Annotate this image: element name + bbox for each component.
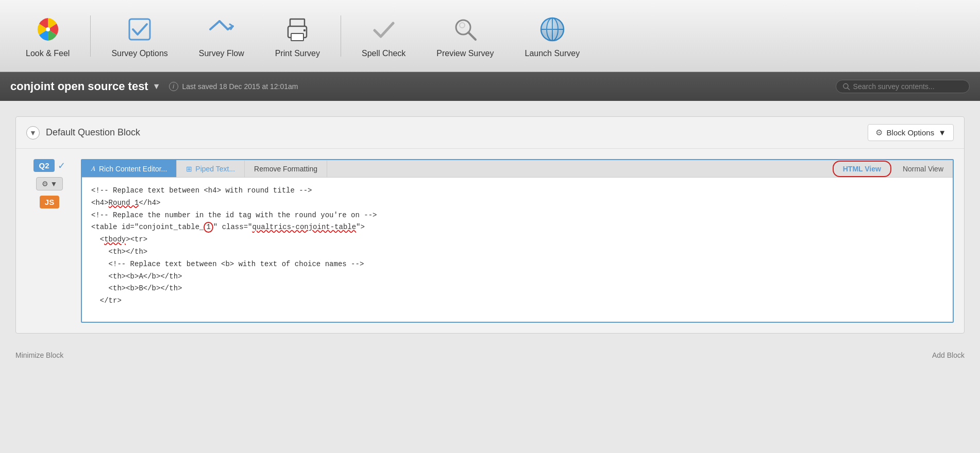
survey-options-label: Survey Options — [111, 49, 167, 58]
tab-remove-formatting-label: Remove Formatting — [254, 165, 317, 173]
toolbar-item-launch-survey[interactable]: Launch Survey — [509, 9, 595, 63]
divider-2 — [341, 15, 341, 57]
toolbar-item-look-feel[interactable]: Look & Feel — [10, 9, 85, 63]
add-block-label[interactable]: Add Block — [932, 351, 965, 359]
block-options-button[interactable]: ⚙ Block Options ▼ — [868, 124, 954, 141]
block-options-label: Block Options — [887, 128, 935, 137]
question-label: Q2 ✓ — [33, 159, 65, 172]
code-line-4: <table id="conjoint_table_1" class="qual… — [91, 221, 943, 234]
survey-info: i Last saved 18 Dec 2015 at 12:01am — [169, 82, 298, 91]
code-line-6: <th></th> — [91, 246, 943, 258]
svg-point-0 — [46, 27, 50, 31]
last-saved-text: Last saved 18 Dec 2015 at 12:01am — [182, 82, 298, 91]
tab-rich-content[interactable]: 𝐴 Rich Content Editor... — [82, 160, 177, 177]
search-input[interactable] — [853, 82, 963, 91]
block-options-chevron-icon: ▼ — [938, 128, 946, 137]
editor-toolbar: 𝐴 Rich Content Editor... ⊞ Piped Text...… — [82, 160, 953, 178]
rich-content-icon: 𝐴 — [91, 164, 96, 173]
svg-rect-5 — [303, 29, 306, 31]
main-content: ▼ Default Question Block ⚙ Block Options… — [0, 101, 980, 344]
html-view-button[interactable]: HTML View — [833, 161, 891, 177]
block-toggle-btn[interactable]: ▼ — [26, 126, 40, 140]
checkbox-icon — [124, 14, 155, 45]
tab-rich-content-label: Rich Content Editor... — [99, 165, 167, 173]
bottom-bar: Minimize Block Add Block — [0, 344, 980, 367]
block-title: Default Question Block — [46, 127, 140, 138]
question-gear-icon: ⚙ — [42, 180, 48, 188]
gear-icon: ⚙ — [875, 128, 883, 137]
svg-point-8 — [460, 23, 465, 28]
code-line-8: <th><b>A</b></th> — [91, 271, 943, 283]
code-line-10: </tr> — [91, 295, 943, 307]
flow-icon — [206, 14, 237, 45]
piped-text-icon: ⊞ — [186, 165, 192, 173]
toolbar-item-preview-survey[interactable]: Preview Survey — [421, 9, 509, 63]
minimize-block-label[interactable]: Minimize Block — [15, 351, 63, 359]
main-toolbar: Look & Feel Survey Options Survey Flow — [0, 0, 980, 72]
svg-line-7 — [468, 32, 476, 40]
search-icon — [842, 82, 850, 91]
launch-survey-label: Launch Survey — [525, 49, 580, 58]
editor-area: 𝐴 Rich Content Editor... ⊞ Piped Text...… — [81, 159, 954, 323]
tab-piped-text[interactable]: ⊞ Piped Text... — [177, 161, 245, 177]
preview-survey-label: Preview Survey — [436, 49, 494, 58]
svg-point-13 — [541, 18, 564, 41]
divider-1 — [90, 15, 91, 57]
svg-rect-4 — [291, 33, 303, 41]
js-badge[interactable]: JS — [40, 196, 59, 208]
question-check-icon: ✓ — [58, 160, 65, 171]
block-header: ▼ Default Question Block ⚙ Block Options… — [16, 117, 964, 149]
code-line-1: <!-- Replace text between <h4> with roun… — [91, 185, 943, 197]
question-gear-chevron-icon: ▼ — [50, 180, 58, 188]
toolbar-item-print-survey[interactable]: Print Survey — [260, 9, 335, 63]
checkmark-icon — [368, 14, 399, 45]
code-editor[interactable]: <!-- Replace text between <h4> with roun… — [82, 178, 953, 322]
tab-piped-text-label: Piped Text... — [195, 165, 235, 173]
survey-name-text: conjoint open source test — [10, 80, 148, 93]
print-survey-label: Print Survey — [275, 49, 320, 58]
block-container: ▼ Default Question Block ⚙ Block Options… — [15, 116, 965, 334]
survey-title[interactable]: conjoint open source test ▼ — [10, 80, 161, 93]
question-number: Q2 — [33, 159, 54, 172]
spell-check-label: Spell Check — [362, 49, 405, 58]
search-box[interactable] — [836, 80, 970, 93]
question-row: Q2 ✓ ⚙ ▼ JS 𝐴 Rich Content Editor... — [16, 149, 964, 333]
code-line-7: <!-- Replace text between <b> with text … — [91, 258, 943, 271]
survey-flow-label: Survey Flow — [199, 49, 244, 58]
toolbar-item-survey-flow[interactable]: Survey Flow — [183, 9, 260, 63]
normal-view-button[interactable]: Normal View — [893, 162, 953, 176]
printer-icon — [282, 14, 313, 45]
question-gear-button[interactable]: ⚙ ▼ — [36, 177, 63, 190]
svg-line-15 — [848, 88, 850, 90]
code-line-3: <!-- Replace the number in the id tag wi… — [91, 210, 943, 222]
info-icon[interactable]: i — [169, 82, 178, 91]
globe-icon — [537, 14, 568, 45]
pinwheel-icon — [32, 14, 63, 45]
code-line-2: <h4>Round 1</h4> — [91, 197, 943, 210]
look-feel-label: Look & Feel — [26, 49, 70, 58]
toolbar-item-survey-options[interactable]: Survey Options — [96, 9, 183, 63]
title-bar: conjoint open source test ▼ i Last saved… — [0, 72, 980, 101]
toolbar-item-spell-check[interactable]: Spell Check — [346, 9, 421, 63]
code-line-9: <th><b>B</b></th> — [91, 283, 943, 295]
survey-name-dropdown-icon[interactable]: ▼ — [153, 82, 161, 91]
question-sidebar: Q2 ✓ ⚙ ▼ JS — [26, 159, 73, 323]
magnifier-icon — [450, 14, 481, 45]
tab-remove-formatting[interactable]: Remove Formatting — [245, 161, 327, 177]
code-line-5: <tbody><tr> — [91, 234, 943, 246]
